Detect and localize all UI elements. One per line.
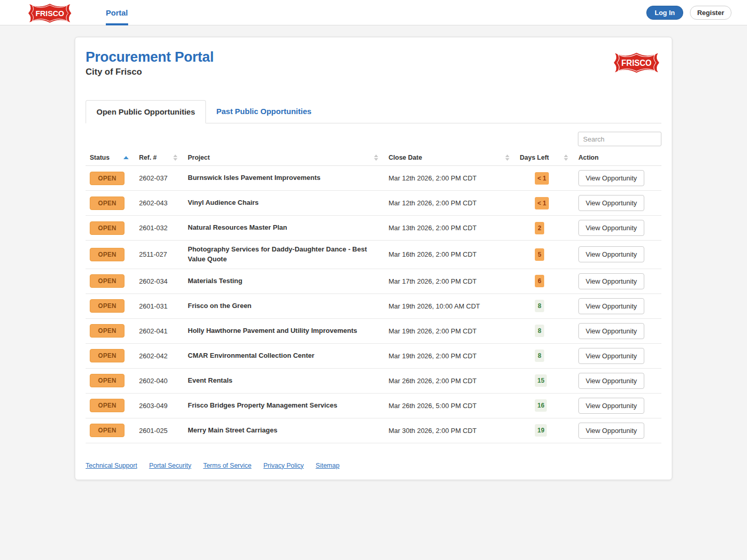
ref-cell: 2602-034 — [135, 277, 184, 285]
status-cell: OPEN — [86, 324, 135, 338]
view-opportunity-button[interactable]: View Opportunity — [578, 398, 644, 414]
view-opportunity-button[interactable]: View Opportunity — [578, 273, 644, 289]
column-header-close-date[interactable]: Close Date — [384, 150, 516, 165]
ref-cell: 2602-040 — [135, 377, 184, 385]
table-row: OPEN2601-032Natural Resources Master Pla… — [86, 216, 661, 241]
ref-cell: 2601-032 — [135, 224, 184, 232]
days-left-badge: 16 — [535, 399, 547, 412]
status-badge: OPEN — [90, 399, 125, 412]
ref-cell: 2602-037 — [135, 174, 184, 182]
footer-link-sitemap[interactable]: Sitemap — [316, 462, 340, 469]
ref-cell: 2601-025 — [135, 427, 184, 435]
page-title: Procurement Portal — [86, 49, 214, 65]
close-date-cell: Mar 17th 2026, 2:00 PM CDT — [384, 277, 516, 285]
footer-link-privacy-policy[interactable]: Privacy Policy — [264, 462, 304, 469]
table-row: OPEN2602-043Vinyl Audience ChairsMar 12t… — [86, 191, 661, 216]
table-row: OPEN2602-040Event RentalsMar 26th 2026, … — [86, 369, 661, 394]
sort-icon — [173, 155, 177, 161]
column-header-days-left[interactable]: Days Left — [516, 150, 574, 165]
view-opportunity-button[interactable]: View Opportunity — [578, 323, 644, 339]
close-date-cell: Mar 30th 2026, 2:00 PM CDT — [384, 427, 516, 435]
view-opportunity-button[interactable]: View Opportunity — [578, 423, 644, 439]
table-row: OPEN2511-027Photography Services for Dad… — [86, 241, 661, 269]
days-left-cell: 8 — [516, 300, 574, 312]
ref-cell: 2511-027 — [135, 250, 184, 258]
top-navbar: Portal Log In Register — [0, 0, 747, 25]
register-button[interactable]: Register — [690, 6, 731, 20]
action-cell: View Opportunity — [574, 373, 661, 389]
title-block: Procurement Portal City of Frisco — [86, 49, 214, 77]
view-opportunity-button[interactable]: View Opportunity — [578, 195, 644, 211]
project-cell: Merry Main Street Carriages — [184, 426, 384, 436]
project-cell: Natural Resources Master Plan — [184, 223, 384, 233]
view-opportunity-button[interactable]: View Opportunity — [578, 373, 644, 389]
project-cell: Materials Testing — [184, 276, 384, 286]
nav-actions: Log In Register — [646, 6, 731, 20]
status-cell: OPEN — [86, 424, 135, 437]
days-left-cell: < 1 — [516, 172, 574, 185]
close-date-cell: Mar 13th 2026, 2:00 PM CDT — [384, 224, 516, 232]
close-date-cell: Mar 26th 2026, 2:00 PM CDT — [384, 377, 516, 385]
status-badge: OPEN — [90, 324, 125, 338]
days-left-cell: 16 — [516, 399, 574, 412]
project-cell: Frisco on the Green — [184, 301, 384, 311]
status-cell: OPEN — [86, 197, 135, 210]
close-date-cell: Mar 16th 2026, 2:00 PM CDT — [384, 250, 516, 258]
days-left-badge: 2 — [535, 222, 544, 234]
days-left-badge: 8 — [535, 300, 544, 312]
tab-past-public-opportunities[interactable]: Past Public Opportunities — [206, 100, 322, 123]
days-left-cell: 5 — [516, 248, 574, 261]
login-button[interactable]: Log In — [646, 6, 683, 20]
days-left-cell: 15 — [516, 374, 574, 387]
project-cell: Photography Services for Daddy-Daughter … — [184, 245, 384, 264]
view-opportunity-button[interactable]: View Opportunity — [578, 170, 644, 186]
status-cell: OPEN — [86, 172, 135, 185]
days-left-badge: 6 — [535, 275, 544, 287]
close-date-cell: Mar 19th 2026, 2:00 PM CDT — [384, 327, 516, 335]
table-row: OPEN2602-037Burnswick Isles Pavement Imp… — [86, 166, 661, 191]
column-header-project[interactable]: Project — [184, 150, 384, 165]
view-opportunity-button[interactable]: View Opportunity — [578, 246, 644, 262]
days-left-cell: 8 — [516, 349, 574, 362]
footer-link-technical-support[interactable]: Technical Support — [86, 462, 137, 469]
status-badge: OPEN — [90, 299, 125, 313]
view-opportunity-button[interactable]: View Opportunity — [578, 298, 644, 314]
frisco-logo[interactable] — [26, 2, 74, 25]
search-row — [86, 132, 661, 146]
project-cell: Event Rentals — [184, 376, 384, 386]
footer-link-portal-security[interactable]: Portal Security — [149, 462, 191, 469]
days-left-badge: < 1 — [535, 197, 549, 209]
days-left-badge: 8 — [535, 349, 544, 362]
tab-open-public-opportunities[interactable]: Open Public Opportunities — [86, 100, 206, 123]
column-header-ref[interactable]: Ref. # — [135, 150, 184, 165]
sort-up-icon — [173, 155, 177, 157]
search-input[interactable] — [578, 132, 661, 146]
sort-up-icon — [564, 155, 568, 157]
action-cell: View Opportunity — [574, 323, 661, 339]
sort-down-icon — [505, 158, 509, 161]
status-badge: OPEN — [90, 248, 125, 261]
footer-links: Technical SupportPortal SecurityTerms of… — [86, 462, 661, 469]
status-badge: OPEN — [90, 274, 125, 288]
status-badge: OPEN — [90, 172, 125, 185]
view-opportunity-button[interactable]: View Opportunity — [578, 220, 644, 236]
sort-icon — [564, 155, 568, 161]
status-cell: OPEN — [86, 299, 135, 313]
nav-item-portal[interactable]: Portal — [106, 0, 128, 25]
days-left-cell: 6 — [516, 275, 574, 287]
status-cell: OPEN — [86, 274, 135, 288]
table-row: OPEN2601-025Merry Main Street CarriagesM… — [86, 418, 661, 443]
action-cell: View Opportunity — [574, 220, 661, 236]
column-label: Status — [90, 154, 109, 161]
column-header-status[interactable]: Status — [86, 150, 135, 165]
column-header-action: Action — [574, 150, 661, 165]
view-opportunity-button[interactable]: View Opportunity — [578, 348, 644, 364]
column-label: Ref. # — [139, 154, 157, 161]
status-cell: OPEN — [86, 349, 135, 362]
sort-down-icon — [173, 158, 177, 161]
footer-link-terms-of-service[interactable]: Terms of Service — [203, 462, 252, 469]
frisco-logo-large — [613, 49, 661, 78]
action-cell: View Opportunity — [574, 398, 661, 414]
table-row: OPEN2602-041Holly Hawthorne Pavement and… — [86, 319, 661, 344]
status-cell: OPEN — [86, 399, 135, 412]
